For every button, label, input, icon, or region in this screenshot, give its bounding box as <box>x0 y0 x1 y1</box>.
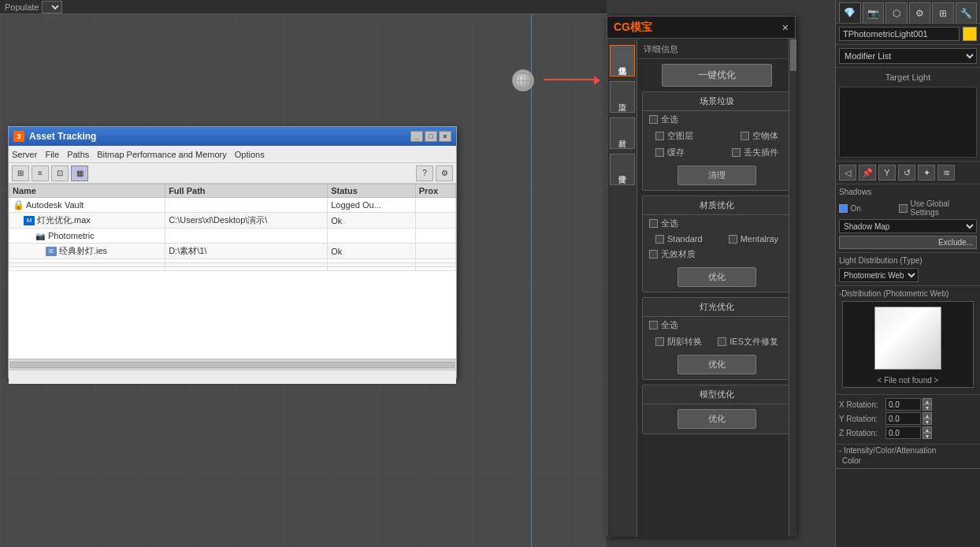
scrollbar-track[interactable] <box>10 362 455 368</box>
model-optimize-button[interactable]: 优化 <box>677 409 756 429</box>
props-toolbar: ◁ 📌 Y ↺ ✦ ≋ <box>836 162 980 184</box>
z-rotation-input[interactable] <box>885 426 921 439</box>
light-object[interactable] <box>512 69 534 91</box>
x-rotation-input[interactable] <box>885 398 921 411</box>
cg-close-button[interactable]: × <box>782 21 789 34</box>
ies-repair-checkbox[interactable] <box>718 337 726 346</box>
col-prox: Prox <box>415 184 455 198</box>
y-rotation-input[interactable] <box>885 412 921 425</box>
sidebar-item-scene-optimize[interactable]: 场景优化 <box>610 45 635 76</box>
tab-utilities[interactable]: 🔧 <box>956 2 978 23</box>
table-row[interactable]: IE 经典射灯.ies D:\素材\1\ Ok <box>9 244 456 259</box>
y-rotation-up[interactable]: ▲ <box>922 412 932 419</box>
trash-checkboxes-row1: 空图层 空物体 <box>643 128 791 144</box>
invalid-mat-checkbox[interactable] <box>649 250 658 259</box>
tab-display[interactable]: ⊞ <box>932 2 954 23</box>
scrollbar-thumb[interactable] <box>790 39 796 71</box>
modifier-list-select[interactable]: Modifier List <box>839 48 977 64</box>
tool-y-btn[interactable]: Y <box>878 165 896 180</box>
select-all-row: 全选 <box>643 111 791 128</box>
cache-checkbox[interactable] <box>655 148 664 157</box>
tab-create[interactable]: 📷 <box>863 2 885 23</box>
menu-options[interactable]: Options <box>235 150 265 159</box>
z-rotation-down[interactable]: ▼ <box>922 433 932 439</box>
menu-bitmap[interactable]: Bitmap Performance and Memory <box>97 150 226 159</box>
row-path: C:\Users\xl\Desktop\演示\ <box>165 213 328 229</box>
table-row[interactable]: 📷 Photometric <box>9 229 456 244</box>
toolbar-btn-3[interactable]: ⊡ <box>51 166 69 181</box>
tool-pin-btn[interactable]: 📌 <box>859 165 876 180</box>
tab-motion[interactable]: ⚙ <box>909 2 931 23</box>
table-row[interactable]: M 灯光优化.max C:\Users\xl\Desktop\演示\ Ok <box>9 213 456 229</box>
toolbar-btn-help[interactable]: ? <box>416 166 433 181</box>
tool-script-btn[interactable]: ≋ <box>937 165 955 180</box>
cg-sidebar: 场景优化 渲染 材质 文件管理 <box>607 39 637 537</box>
object-name-input[interactable] <box>839 27 960 41</box>
toolbar-btn-4[interactable]: ▦ <box>71 166 88 181</box>
menu-server[interactable]: Server <box>12 150 37 159</box>
z-rotation-up[interactable]: ▲ <box>922 426 932 433</box>
empty-object-row: 空物体 <box>734 128 785 144</box>
missing-plugin-checkbox[interactable] <box>732 148 741 157</box>
x-rotation-label: X Rotation: <box>839 400 882 409</box>
x-rotation-up[interactable]: ▲ <box>922 398 932 404</box>
sidebar-item-file-manage[interactable]: 文件管理 <box>610 154 635 185</box>
populate-dropdown[interactable] <box>42 1 62 13</box>
asset-scrollbar[interactable] <box>9 359 456 370</box>
menu-file[interactable]: File <box>45 150 59 159</box>
target-light-preview <box>839 87 977 158</box>
close-button[interactable]: × <box>439 131 451 142</box>
mat-select-all-checkbox[interactable] <box>649 219 658 228</box>
shadow-type-select[interactable]: Shadow Map <box>839 219 977 233</box>
window-controls[interactable]: _ □ × <box>410 131 451 142</box>
sidebar-item-material[interactable]: 材质 <box>610 117 635 149</box>
cg-scrollbar[interactable] <box>789 39 796 537</box>
shadows-on-checkbox[interactable] <box>839 204 848 213</box>
light-optimize-button[interactable]: 优化 <box>677 355 756 374</box>
standard-mat-checkbox[interactable] <box>655 235 664 244</box>
x-rotation-down[interactable]: ▼ <box>922 404 932 411</box>
y-rotation-down[interactable]: ▼ <box>922 419 932 425</box>
light-opt-title: 灯光优化 <box>643 298 791 317</box>
exclude-button[interactable]: Exclude... <box>839 236 977 249</box>
table-row[interactable]: 🔒 Autodesk Vault Logged Ou... <box>9 198 456 213</box>
empty-object-checkbox[interactable] <box>741 132 749 140</box>
toolbar-btn-2[interactable]: ≡ <box>32 166 49 181</box>
menu-paths[interactable]: Paths <box>67 150 89 159</box>
toolbar-btn-1[interactable]: ⊞ <box>12 166 29 181</box>
light-distribution-select[interactable]: Photometric Web <box>839 268 919 282</box>
clean-button[interactable]: 清理 <box>677 166 756 185</box>
tool-rotate-btn[interactable]: ↺ <box>898 165 915 180</box>
toolbar-btn-settings[interactable]: ⚙ <box>436 166 453 181</box>
color-swatch[interactable] <box>963 27 977 41</box>
table-row[interactable] <box>9 267 456 271</box>
one-click-optimize-button[interactable]: 一键优化 <box>662 64 772 87</box>
tab-hierarchy[interactable]: ⬡ <box>885 2 908 23</box>
photometric-icon: 📷 <box>35 230 46 241</box>
material-optimize-button[interactable]: 优化 <box>677 267 756 287</box>
distribution-web-label: -Distribution (Photometric Web) <box>839 289 977 298</box>
minimize-button[interactable]: _ <box>410 131 423 142</box>
tool-back-btn[interactable]: ◁ <box>839 165 856 180</box>
empty-layer-checkbox[interactable] <box>655 132 664 140</box>
mentalray-mat-checkbox[interactable] <box>729 235 737 244</box>
tool-snap-btn[interactable]: ✦ <box>918 165 935 180</box>
props-modifier-row: Modifier List <box>836 45 980 68</box>
scene-trash-title: 场景垃圾 <box>643 92 791 111</box>
y-rotation-row: Y Rotation: ▲ ▼ <box>839 412 977 425</box>
sidebar-item-render[interactable]: 渲染 <box>610 81 635 113</box>
mat-checkboxes-row1: Standard Mentalray <box>643 232 791 246</box>
x-rotation-spinner: ▲ ▼ <box>885 398 932 411</box>
light-opt-section: 灯光优化 全选 阴影转换 IES文件修复 优化 <box>642 297 792 380</box>
ies-repair-row: IES文件修复 <box>711 333 785 350</box>
model-opt-title: 模型优化 <box>643 385 791 404</box>
shadows-on-row: On Use Global Settings <box>839 199 977 217</box>
model-opt-section: 模型优化 优化 <box>642 385 792 434</box>
tab-modify[interactable]: 💎 <box>839 2 861 23</box>
light-select-all-checkbox[interactable] <box>649 321 658 329</box>
asset-titlebar[interactable]: 3 Asset Tracking _ □ × <box>9 127 456 146</box>
shadow-convert-checkbox[interactable] <box>655 337 664 346</box>
select-all-checkbox[interactable] <box>649 115 658 124</box>
shadows-global-checkbox[interactable] <box>899 204 908 213</box>
maximize-button[interactable]: □ <box>425 131 437 142</box>
